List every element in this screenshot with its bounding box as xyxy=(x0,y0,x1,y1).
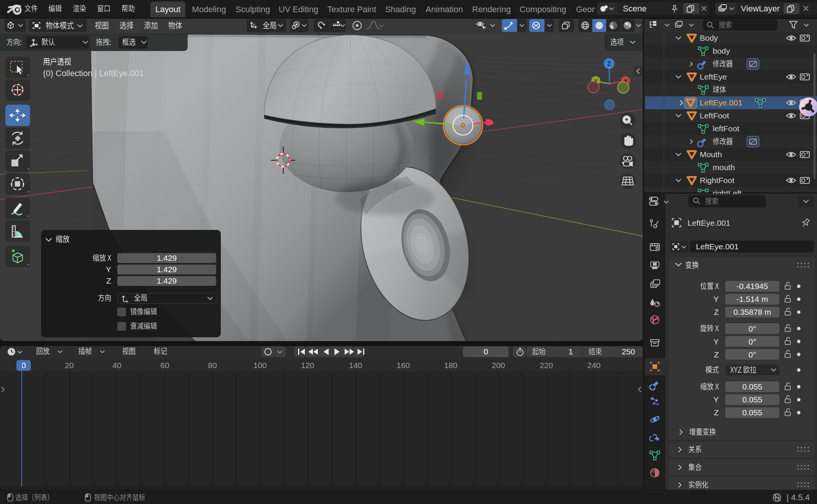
svg-text:Z: Z xyxy=(607,61,611,67)
